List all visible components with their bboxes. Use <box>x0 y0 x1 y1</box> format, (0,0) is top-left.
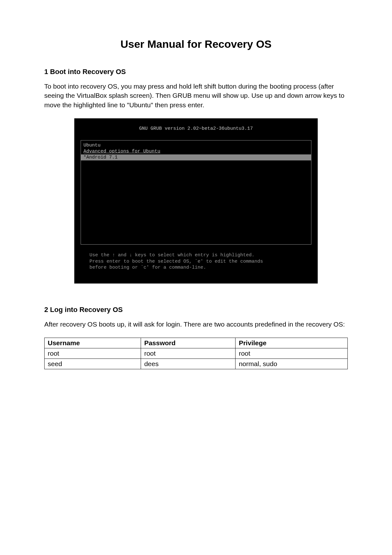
grub-hint-line: Use the ↑ and ↓ keys to select which ent… <box>89 252 303 259</box>
section1-paragraph: To boot into recovery OS, you may press … <box>44 82 348 109</box>
grub-version-header: GNU GRUB version 2.02~beta2-36ubuntu3.17 <box>74 126 318 131</box>
section1-heading: 1 Boot into Recovery OS <box>44 68 348 76</box>
table-row: seed dees normal, sudo <box>45 359 348 369</box>
grub-menu-item-selected: *Android 7.1 <box>81 154 311 160</box>
table-header-cell: Privilege <box>236 338 348 348</box>
grub-screenshot: GNU GRUB version 2.02~beta2-36ubuntu3.17… <box>74 118 318 284</box>
accounts-table: Username Password Privilege root root ro… <box>44 338 348 369</box>
grub-menu-box: Ubuntu Advanced options for Ubuntu *Andr… <box>81 140 311 245</box>
table-header-cell: Username <box>45 338 141 348</box>
grub-menu-item: Advanced options for Ubuntu <box>81 148 311 154</box>
grub-menu-item: Ubuntu <box>81 142 311 148</box>
grub-hint-line: before booting or `c' for a command-line… <box>89 265 303 271</box>
table-cell: root <box>45 348 141 359</box>
table-cell: normal, sudo <box>236 359 348 369</box>
table-header-cell: Password <box>141 338 236 348</box>
table-cell: dees <box>141 359 236 369</box>
table-cell: seed <box>45 359 141 369</box>
table-header-row: Username Password Privilege <box>45 338 348 348</box>
page-title: User Manual for Recovery OS <box>44 38 348 50</box>
section2-heading: 2 Log into Recovery OS <box>44 306 348 314</box>
table-cell: root <box>236 348 348 359</box>
grub-hints: Use the ↑ and ↓ keys to select which ent… <box>89 252 303 271</box>
table-row: root root root <box>45 348 348 359</box>
grub-hint-line: Press enter to boot the selected OS, `e'… <box>89 259 303 265</box>
table-cell: root <box>141 348 236 359</box>
section2-paragraph: After recovery OS boots up, it will ask … <box>44 320 348 329</box>
